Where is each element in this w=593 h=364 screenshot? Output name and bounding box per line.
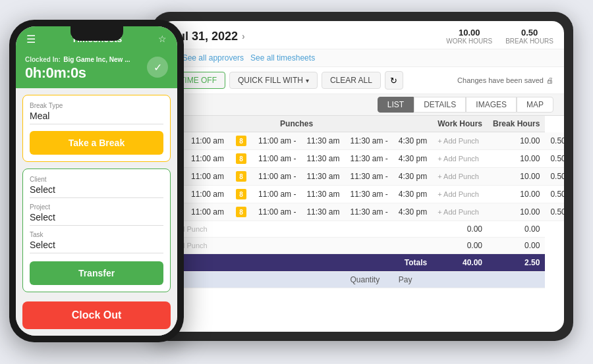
row-break-start: 11:00 am - [253, 186, 301, 203]
clock-out-button[interactable]: Clock Out [22, 301, 171, 329]
punches-header: Punches [161, 116, 432, 132]
row-time-end: 11:00 am [186, 186, 229, 203]
break-hours-header: Break Hours [488, 116, 545, 132]
table-row-empty: + Add Punch 0.00 0.00 [161, 221, 564, 238]
row-break-end: 11:30 am [301, 150, 345, 168]
footer-pay: Pay [393, 272, 432, 288]
check-circle-icon[interactable]: ✓ [147, 57, 168, 78]
row-break-end: 11:30 am [301, 203, 345, 221]
row-punch-icon: 8 [229, 203, 253, 221]
row-time-end: 11:00 am [186, 168, 229, 186]
project-label: Project [30, 203, 163, 211]
row-add-punch[interactable]: + Add Punch [432, 203, 488, 221]
row-work-hours: 10.00 [488, 150, 545, 168]
row-shift-end: 4:30 pm [393, 186, 432, 203]
table-row-empty: + Add Punch 0.00 0.00 [161, 238, 564, 254]
row-punch-icon: 8 [229, 132, 253, 150]
row-work-hours: 10.00 [488, 168, 545, 186]
empty-break: 0.00 [488, 221, 545, 238]
row-shift-end: 4:30 pm [393, 168, 432, 186]
tablet-nav: 2 See all approvers See all timesheets [161, 49, 564, 67]
tablet-stats: 10.00 WORK HOURS 0.50 BREAK HOURS [446, 28, 553, 45]
table-row: am - 11:00 am 8 11:00 am - 11:30 am 11:3… [161, 168, 564, 186]
work-hours-value: 10.00 [446, 28, 492, 38]
clocked-in-label: Clocked In: [25, 56, 61, 63]
clear-all-button[interactable]: CLEAR ALL [322, 72, 381, 89]
totals-row: Totals 40.00 2.50 [161, 254, 564, 272]
row-shift-start: 11:30 am - [345, 132, 393, 150]
refresh-button[interactable]: ↻ [385, 71, 403, 90]
tab-list[interactable]: LIST [378, 97, 414, 113]
tab-details[interactable]: DETAILS [414, 97, 466, 113]
empty-break: 0.00 [488, 238, 545, 254]
row-break-hours: 0.50 [545, 168, 564, 186]
break-type-label: Break Type [30, 102, 163, 109]
project-value[interactable]: Select [30, 212, 163, 226]
table-row: am - 11:00 am 8 11:00 am - 11:30 am 11:3… [161, 150, 564, 168]
row-add-punch[interactable]: + Add Punch [432, 132, 488, 150]
work-hours-header: Work Hours [432, 116, 488, 132]
menu-icon[interactable]: ☰ [26, 33, 36, 45]
row-add-punch[interactable]: + Add Punch [432, 168, 488, 186]
row-add-punch[interactable]: + Add Punch [432, 186, 488, 203]
tab-images[interactable]: IMAGES [466, 97, 517, 113]
transfer-button[interactable]: Transfer [30, 261, 163, 285]
quick-fill-button[interactable]: QUICK FILL WITH [229, 72, 318, 89]
empty-punch-cell: + Add Punch [161, 238, 432, 254]
footer-break-empty [488, 272, 545, 288]
row-punch-icon: 8 [229, 168, 253, 186]
row-break-hours: 0.50 [545, 150, 564, 168]
view-tabs: LIST DETAILS IMAGES MAP [161, 94, 564, 116]
clocked-in-time: 0h:0m:0s [25, 65, 130, 82]
row-shift-end: 4:30 pm [393, 203, 432, 221]
see-all-timesheets-link[interactable]: See all timesheets [250, 53, 315, 63]
tablet-device: Jul 31, 2022 › 10.00 WORK HOURS 0.50 BRE… [152, 12, 573, 341]
row-time-end: 11:00 am [186, 132, 229, 150]
row-break-end: 11:30 am [301, 168, 345, 186]
row-shift-end: 4:30 pm [393, 132, 432, 150]
break-hours-label: BREAK HOURS [505, 38, 553, 45]
client-value[interactable]: Select [30, 184, 163, 198]
phone-content: Break Type Meal Take a Break Client Sele… [16, 88, 177, 336]
break-hours-stat: 0.50 BREAK HOURS [505, 28, 553, 45]
row-punch-icon: 8 [229, 150, 253, 168]
tab-map[interactable]: MAP [517, 97, 553, 113]
transfer-card: Client Select Project Select Task Select… [22, 169, 171, 292]
clocked-in-info: Clocked In: Big Game Inc, New ... 0h:0m:… [25, 53, 130, 82]
work-hours-stat: 10.00 WORK HOURS [446, 28, 492, 45]
chevron-icon: › [242, 31, 245, 41]
take-break-button[interactable]: Take a Break [30, 131, 163, 155]
footer-row: Quantity Pay [161, 272, 564, 288]
totals-break: 2.50 [488, 254, 545, 272]
row-break-end: 11:30 am [301, 186, 345, 203]
break-card: Break Type Meal Take a Break [22, 95, 171, 162]
saved-message: Changes have been saved 🖨 [457, 76, 553, 84]
task-value[interactable]: Select [30, 240, 163, 253]
row-break-hours: 0.50 [545, 132, 564, 150]
row-shift-start: 11:30 am - [345, 150, 393, 168]
see-all-approvers-link[interactable]: See all approvers [183, 53, 244, 63]
row-work-hours: 10.00 [488, 186, 545, 203]
table-container: Punches Work Hours Break Hours am - 11:0… [161, 116, 564, 332]
clocked-in-label-row: Clocked In: Big Game Inc, New ... [25, 53, 130, 65]
break-type-value: Meal [30, 111, 163, 124]
row-break-start: 11:00 am - [253, 203, 301, 221]
empty-work: 0.00 [432, 221, 488, 238]
client-field: Client Select [30, 176, 163, 198]
row-time-end: 11:00 am [186, 150, 229, 168]
print-icon[interactable]: 🖨 [546, 76, 553, 84]
tablet-header: Jul 31, 2022 › 10.00 WORK HOURS 0.50 BRE… [161, 21, 564, 49]
row-add-punch[interactable]: + Add Punch [432, 150, 488, 168]
task-label: Task [30, 231, 163, 238]
table-row: am - 11:00 am 8 11:00 am - 11:30 am 11:3… [161, 132, 564, 150]
row-punch-icon: 8 [229, 186, 253, 203]
table-row: am - 11:00 am 8 11:00 am - 11:30 am 11:3… [161, 186, 564, 203]
row-shift-end: 4:30 pm [393, 150, 432, 168]
phone-screen: ☰ Timesheets ☆ Clocked In: Big Game Inc,… [16, 26, 177, 336]
toolbar: TIME OFF QUICK FILL WITH CLEAR ALL ↻ Cha… [161, 67, 564, 94]
row-work-hours: 10.00 [488, 203, 545, 221]
star-icon[interactable]: ☆ [158, 34, 167, 44]
footer-work-empty [432, 272, 488, 288]
totals-label: Totals [161, 254, 432, 272]
row-shift-start: 11:30 am - [345, 168, 393, 186]
